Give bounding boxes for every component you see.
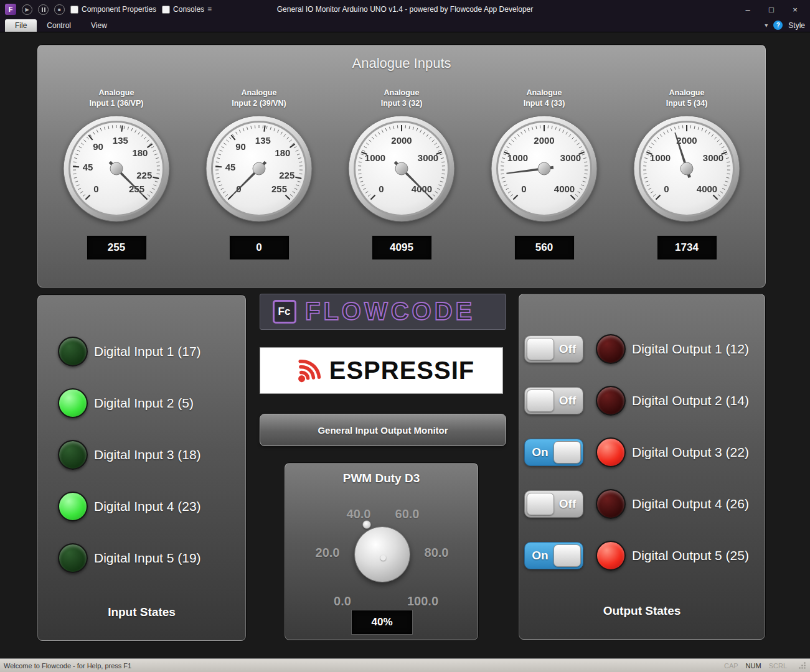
pwm-panel: PWM Duty D3 0.0 20.0 40.0 60.0 80.0 100.… — [285, 463, 478, 640]
component-properties-checkbox[interactable] — [70, 6, 78, 14]
general-io-monitor-button[interactable]: General Input Output Monitor — [260, 414, 506, 446]
output-states-panel: OffDigital Output 1 (12)OffDigital Outpu… — [519, 294, 765, 640]
caps-lock-indicator: CAP — [724, 662, 738, 670]
analogue-gauge: 04590135180225255 — [62, 114, 171, 223]
flowcode-logo-icon: Fc — [273, 300, 296, 324]
titlebar: F ▶ ■ Component Properties Consoles ≡ Ge… — [0, 0, 810, 19]
gauge-value-display: 4095 — [372, 236, 431, 259]
espressif-logo: ESPRESSIF — [260, 347, 503, 394]
digital-output-label: Digital Output 4 (26) — [632, 497, 749, 511]
digital-input-led[interactable] — [58, 337, 88, 366]
gauge-column: Analogue Input 2 (39/VN)0459013518022525… — [193, 88, 325, 259]
component-properties-label: Component Properties — [82, 5, 156, 14]
output-toggle[interactable]: Off — [524, 335, 583, 363]
pwm-tick-80: 80.0 — [425, 546, 449, 560]
svg-text:1000: 1000 — [650, 152, 671, 163]
toggle-state-label: Off — [554, 394, 581, 408]
menu-file[interactable]: File — [5, 19, 37, 32]
status-message: Welcome to Flowcode - for Help, press F1 — [4, 662, 131, 670]
svg-text:1000: 1000 — [507, 152, 528, 163]
svg-text:FLOWCODE: FLOWCODE — [305, 298, 475, 325]
svg-text:135: 135 — [255, 135, 271, 146]
svg-text:2000: 2000 — [391, 135, 412, 146]
svg-text:3000: 3000 — [703, 152, 723, 163]
consoles-checkbox[interactable] — [162, 6, 170, 14]
pwm-knob[interactable] — [354, 526, 410, 582]
help-icon[interactable]: ? — [773, 21, 783, 30]
analogue-gauge: 01000200030004000 — [489, 114, 599, 223]
output-toggle[interactable]: On — [524, 542, 583, 569]
minimize-button[interactable]: – — [738, 2, 758, 16]
gauge-label: Analogue Input 5 (34) — [666, 88, 708, 109]
pause-icon[interactable] — [38, 4, 49, 15]
gauge-label: Analogue Input 3 (32) — [381, 88, 423, 109]
gauge-column: Analogue Input 4 (33)0100020003000400056… — [478, 88, 610, 259]
output-row: OnDigital Output 3 (22) — [524, 437, 765, 467]
analogue-gauge: 04590135180225255 — [204, 114, 314, 223]
espressif-wordmark: ESPRESSIF — [329, 357, 475, 385]
flowcode-logo: Fc FLOWCODE — [260, 294, 506, 330]
espressif-logo-icon — [288, 353, 323, 389]
close-button[interactable]: × — [785, 2, 805, 16]
svg-text:180: 180 — [275, 147, 290, 158]
input-row: Digital Input 5 (19) — [58, 543, 245, 573]
digital-input-label: Digital Input 1 (17) — [94, 344, 201, 359]
svg-text:4000: 4000 — [554, 184, 575, 194]
menu-control[interactable]: Control — [37, 19, 81, 32]
pwm-tick-0: 0.0 — [334, 594, 351, 609]
pwm-tick-40: 40.0 — [347, 507, 371, 521]
consoles-menu-icon[interactable]: ≡ — [207, 5, 212, 14]
resize-grip[interactable] — [798, 661, 806, 670]
digital-output-led — [596, 489, 626, 519]
digital-input-label: Digital Input 3 (18) — [94, 447, 201, 462]
digital-input-led[interactable] — [58, 388, 88, 418]
svg-text:45: 45 — [225, 162, 236, 172]
status-indicators: CAP NUM SCRL — [724, 661, 806, 670]
window-controls: – □ × — [738, 2, 805, 16]
digital-output-led — [596, 386, 626, 416]
input-row: Digital Input 1 (17) — [58, 337, 245, 366]
input-rows: Digital Input 1 (17)Digital Input 2 (5)D… — [38, 296, 245, 573]
gauge-column: Analogue Input 5 (34)0100020003000400017… — [621, 88, 753, 259]
main-area: Analogue Inputs Analogue Input 1 (36/VP)… — [0, 32, 810, 658]
svg-text:3000: 3000 — [418, 152, 438, 163]
consoles-toggle: Consoles ≡ — [162, 5, 212, 14]
output-toggle[interactable]: On — [524, 439, 583, 466]
digital-input-led[interactable] — [58, 543, 88, 573]
digital-output-label: Digital Output 3 (22) — [632, 445, 749, 460]
input-states-title: Input States — [38, 605, 245, 619]
chevron-down-icon[interactable]: ▾ — [765, 22, 768, 29]
svg-text:225: 225 — [136, 170, 152, 180]
output-toggle[interactable]: Off — [524, 387, 583, 414]
toggle-state-label: Off — [554, 342, 581, 356]
svg-text:0: 0 — [93, 184, 98, 194]
digital-input-label: Digital Input 5 (19) — [94, 551, 201, 566]
gauge-value-display: 255 — [87, 236, 146, 259]
digital-output-label: Digital Output 1 (12) — [632, 342, 749, 357]
digital-input-led[interactable] — [58, 440, 88, 470]
output-toggle[interactable]: Off — [524, 490, 583, 518]
num-lock-indicator: NUM — [746, 662, 761, 670]
pause-bars — [42, 7, 45, 12]
style-menu[interactable]: Style — [788, 21, 805, 30]
menu-view[interactable]: View — [81, 19, 117, 32]
input-row: Digital Input 3 (18) — [58, 440, 245, 470]
svg-text:2000: 2000 — [534, 135, 554, 146]
maximize-button[interactable]: □ — [761, 2, 781, 16]
digital-output-led — [596, 541, 626, 571]
toggle-state-label: Off — [554, 497, 581, 511]
svg-text:180: 180 — [132, 147, 148, 158]
pwm-tick-20: 20.0 — [316, 546, 340, 560]
digital-input-led[interactable] — [58, 492, 88, 521]
digital-input-label: Digital Input 2 (5) — [94, 396, 194, 411]
toggle-knob — [527, 493, 554, 515]
stop-icon[interactable]: ■ — [54, 4, 65, 15]
output-row: OffDigital Output 2 (14) — [524, 386, 765, 416]
gauge-value-display: 1734 — [657, 236, 717, 259]
output-rows: OffDigital Output 1 (12)OffDigital Outpu… — [519, 294, 765, 571]
digital-input-label: Digital Input 4 (23) — [94, 499, 201, 514]
pwm-tick-60: 60.0 — [395, 507, 420, 521]
toggle-knob — [527, 338, 554, 360]
play-icon[interactable]: ▶ — [22, 4, 32, 15]
pwm-value-display: 40% — [352, 610, 412, 634]
